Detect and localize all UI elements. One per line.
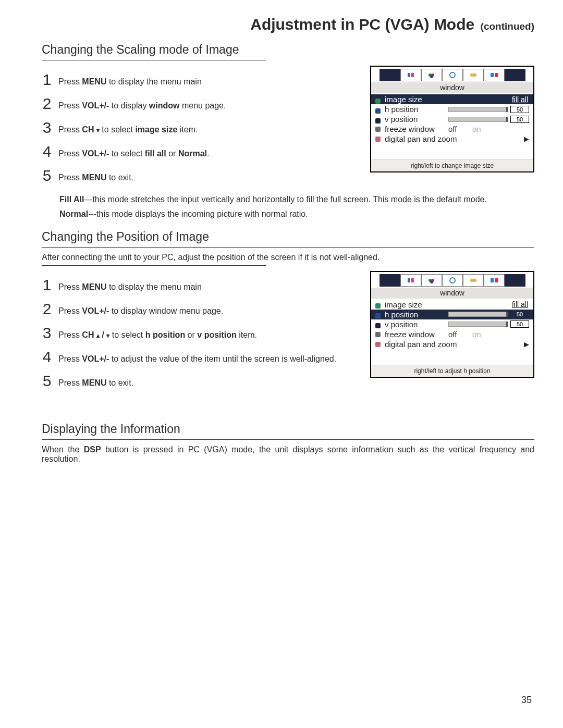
osd-row-freeze: freeze window off on <box>375 329 529 339</box>
osd-label: v position <box>385 115 446 124</box>
osd-iconbar <box>371 272 533 288</box>
osd-on: on <box>472 330 489 339</box>
svg-rect-7 <box>491 73 494 77</box>
svg-point-5 <box>450 72 455 78</box>
osd-tab-icon <box>421 274 442 287</box>
note-fill-all: Fill All---this mode stretches the input… <box>59 194 534 205</box>
section2-intro: After connecting the unit to your PC, ad… <box>42 253 534 262</box>
step-text: Press VOL+/- to display window menu page… <box>58 301 223 317</box>
page-number: 35 <box>521 695 532 706</box>
osd-label: digital pan and zoom <box>385 134 520 143</box>
osd-slider <box>448 117 508 122</box>
step-number: 4 <box>42 349 52 365</box>
rule <box>42 439 534 440</box>
osd-iconbar <box>371 67 533 82</box>
osd-tab-icon <box>400 69 421 81</box>
step-text: Press VOL+/- to select fill all or Norma… <box>58 144 209 159</box>
osd-label: h position <box>385 105 446 114</box>
steps-position: 1Press MENU to display the menu main 2Pr… <box>42 277 353 389</box>
osd-tab-icon <box>380 69 400 81</box>
osd-value: 50 <box>510 311 529 318</box>
step-number: 5 <box>42 373 52 389</box>
step-number: 4 <box>42 144 52 159</box>
osd-row-v-position: v position 50 <box>375 319 529 329</box>
osd-value: 50 <box>510 106 529 113</box>
step-text: Press MENU to exit. <box>58 373 133 389</box>
section-heading-info: Displaying the Information <box>42 422 534 436</box>
svg-rect-17 <box>495 278 498 282</box>
step-number: 3 <box>42 325 52 341</box>
step-number: 1 <box>42 277 52 293</box>
rule <box>42 60 266 60</box>
osd-value: 50 <box>510 320 529 328</box>
osd-tab-icon <box>442 69 463 81</box>
osd-tab-icon <box>505 274 525 287</box>
steps-scaling: 1Press MENU to display the menu main 2Pr… <box>42 72 353 183</box>
step-text: Press VOL+/- to adjust the value of the … <box>58 349 336 365</box>
svg-rect-8 <box>495 73 498 77</box>
osd-slider <box>448 312 508 317</box>
osd-row-h-position: h position 50 <box>371 310 533 319</box>
rule <box>42 247 534 248</box>
osd-label: freeze window <box>385 330 446 339</box>
osd-tab-icon <box>463 69 484 81</box>
svg-point-13 <box>430 280 433 283</box>
step-number: 2 <box>42 96 52 112</box>
osd-label: h position <box>385 310 446 319</box>
osd-row-image-size: image size fill all <box>375 300 529 310</box>
step-number: 1 <box>42 72 52 88</box>
step-number: 3 <box>42 120 52 135</box>
osd-figure-h-position: window image size fill all h position 50 <box>370 271 534 378</box>
osd-row-image-size: image size fill all <box>371 94 533 104</box>
osd-tab-icon <box>442 274 463 287</box>
osd-slider <box>448 322 508 327</box>
page-title-main: Adjustment in PC (VGA) Mode <box>250 16 474 33</box>
osd-value: fill all <box>510 95 529 104</box>
arrow-right-icon: ▶ <box>522 340 529 348</box>
osd-tab-icon <box>505 69 525 81</box>
step-text: Press MENU to display the menu main <box>58 277 202 293</box>
osd-label: image size <box>385 95 446 104</box>
svg-rect-10 <box>411 278 414 282</box>
step-text: Press MENU to display the menu main <box>58 72 202 88</box>
osd-row-h-position: h position 50 <box>375 104 529 114</box>
arrow-right-icon: ▶ <box>522 135 529 143</box>
section-heading-scaling: Changing the Scaling mode of Image <box>42 43 534 57</box>
page-title-continued: (continued) <box>481 21 534 32</box>
step-text: Press MENU to exit. <box>58 168 133 183</box>
osd-tab-icon <box>400 274 421 287</box>
page-title: Adjustment in PC (VGA) Mode (continued) <box>42 16 534 33</box>
osd-slider <box>448 107 508 112</box>
osd-on: on <box>472 125 489 133</box>
osd-row-pan-zoom: digital pan and zoom ▶ <box>375 339 529 349</box>
osd-section-label: window <box>371 288 533 299</box>
osd-tab-icon <box>484 69 505 81</box>
osd-label: image size <box>385 300 446 309</box>
osd-hint: right/left to change image size <box>371 159 533 171</box>
osd-hint: right/left to adjust h position <box>371 365 533 377</box>
osd-label: digital pan and zoom <box>385 340 520 349</box>
note-normal: Normal---this mode displays the incoming… <box>59 208 534 220</box>
osd-tab-icon <box>463 274 484 287</box>
osd-section-label: window <box>371 82 533 93</box>
svg-point-4 <box>430 75 433 78</box>
osd-value: 50 <box>510 116 529 123</box>
osd-off: off <box>448 125 470 133</box>
osd-label: freeze window <box>385 125 446 133</box>
step-text: Press VOL+/- to display window menu page… <box>58 96 226 112</box>
svg-rect-0 <box>408 73 410 77</box>
section3-body: When the DSP button is pressed in PC (VG… <box>42 445 534 464</box>
osd-row-freeze: freeze window off on <box>375 124 529 134</box>
step-text: Press CH ▴ / ▾ to select h position or v… <box>58 325 257 341</box>
svg-rect-1 <box>411 73 414 77</box>
section-heading-position: Changing the Position of Image <box>42 230 534 244</box>
osd-value: fill all <box>510 300 529 309</box>
osd-tab-icon <box>484 274 505 287</box>
step-number: 5 <box>42 168 52 183</box>
rule <box>42 265 266 266</box>
osd-row-v-position: v position 50 <box>375 114 529 124</box>
step-text: Press CH ▾ to select image size item. <box>58 120 198 135</box>
osd-off: off <box>448 330 470 339</box>
osd-tab-icon <box>421 69 442 81</box>
osd-label: v position <box>385 320 446 329</box>
